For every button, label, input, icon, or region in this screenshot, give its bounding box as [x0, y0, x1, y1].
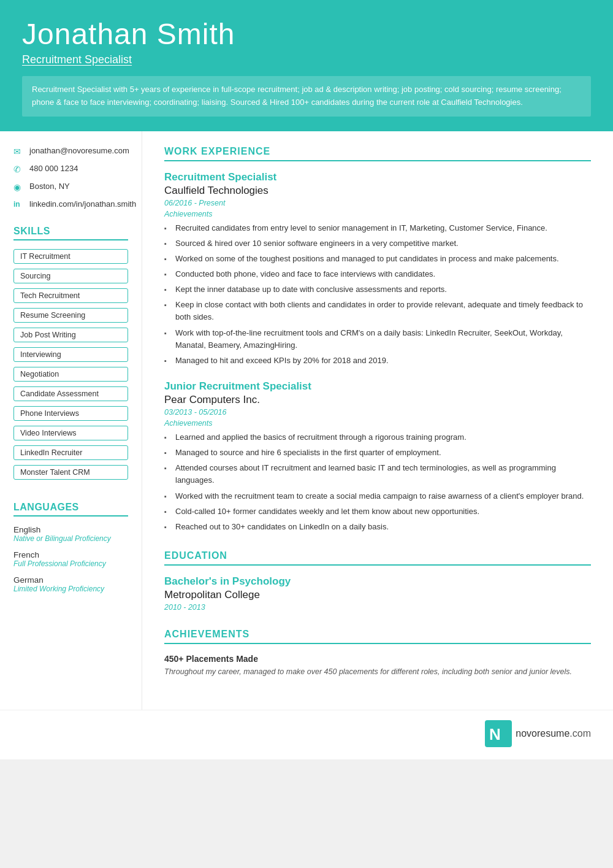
candidate-title: Recruitment Specialist [22, 53, 591, 66]
job-entry: Recruitment Specialist Caulfield Technol… [164, 171, 591, 367]
list-item: Sourced & hired over 10 senior software … [164, 237, 591, 250]
location-item: ◉ Boston, NY [13, 182, 128, 192]
skills-title: SKILLS [13, 226, 128, 240]
education-title: EDUCATION [164, 550, 591, 566]
linkedin-item: in linkedin.com/in/jonathan.smith [13, 199, 128, 209]
list-item: Cold-called 10+ former candidates weekly… [164, 505, 591, 518]
skill-item: Tech Recruitment [13, 288, 128, 303]
language-item: German Limited Working Proficiency [13, 575, 128, 593]
contact-section: ✉ jonathan@novoresume.com ✆ 480 000 1234… [13, 146, 128, 209]
footer: N novoresume.com [0, 710, 613, 759]
list-item: Managed to source and hire 6 specialists… [164, 447, 591, 459]
job-company: Caulfield Technologies [164, 185, 591, 197]
skills-list: IT RecruitmentSourcingTech RecruitmentRe… [13, 249, 128, 485]
skill-item: Video Interviews [13, 426, 128, 440]
job-bullets: Recruited candidates from entry level to… [164, 222, 591, 367]
achievements-section: ACHIEVEMENTS 450+ Placements Made Throug… [164, 629, 591, 678]
education-entry: Bachelor's in Psychology Metropolitan Co… [164, 575, 591, 612]
edu-school: Metropolitan College [164, 589, 591, 601]
skill-item: IT Recruitment [13, 249, 128, 264]
languages-section: LANGUAGES English Native or Bilingual Pr… [13, 502, 128, 593]
edu-dates: 2010 - 2013 [164, 603, 591, 612]
sidebar: ✉ jonathan@novoresume.com ✆ 480 000 1234… [0, 131, 142, 710]
header-section: Jonathan Smith Recruitment Specialist Re… [0, 0, 613, 131]
languages-list: English Native or Bilingual Proficiency … [13, 525, 128, 593]
main-content: WORK EXPERIENCE Recruitment Specialist C… [142, 131, 613, 710]
list-item: Worked on some of the toughest positions… [164, 253, 591, 265]
skill-item: Candidate Assessment [13, 386, 128, 401]
languages-title: LANGUAGES [13, 502, 128, 517]
language-item: French Full Professional Proficiency [13, 550, 128, 568]
list-item: Worked with the recruitment team to crea… [164, 490, 591, 502]
language-name: French [13, 550, 128, 559]
language-item: English Native or Bilingual Proficiency [13, 525, 128, 543]
achievement-entry: 450+ Placements Made Throughout my caree… [164, 654, 591, 678]
skill-item: Job Post Writing [13, 328, 128, 342]
achievement-name: 450+ Placements Made [164, 654, 591, 664]
footer-logo: N novoresume.com [485, 720, 591, 747]
list-item: Recruited candidates from entry level to… [164, 222, 591, 234]
job-title: Recruitment Specialist [164, 171, 591, 183]
location-value: Boston, NY [29, 182, 70, 191]
email-value: jonathan@novoresume.com [29, 146, 129, 155]
achievements-list: 450+ Placements Made Throughout my caree… [164, 654, 591, 678]
email-icon: ✉ [13, 147, 25, 156]
phone-item: ✆ 480 000 1234 [13, 164, 128, 174]
job-company: Pear Computers Inc. [164, 394, 591, 406]
achievement-description: Throughout my career, managed to make ov… [164, 666, 591, 678]
skill-item: Phone Interviews [13, 406, 128, 421]
job-title: Junior Recruitment Specialist [164, 380, 591, 393]
work-experience-title: WORK EXPERIENCE [164, 146, 591, 161]
svg-text:N: N [489, 725, 501, 743]
body-section: ✉ jonathan@novoresume.com ✆ 480 000 1234… [0, 131, 613, 710]
achievements-title: ACHIEVEMENTS [164, 629, 591, 644]
job-achievements-label: Achievements [164, 210, 591, 218]
skill-item: Negotiation [13, 367, 128, 382]
skill-item: Sourcing [13, 269, 128, 283]
list-item: Keep in close contact with both clients … [164, 299, 591, 323]
list-item: Reached out to 30+ candidates on LinkedI… [164, 521, 591, 533]
language-level: Limited Working Proficiency [13, 585, 128, 593]
linkedin-icon: in [13, 200, 25, 209]
header-summary: Recruitment Specialist with 5+ years of … [22, 76, 591, 117]
edu-degree: Bachelor's in Psychology [164, 575, 591, 588]
skills-section: SKILLS IT RecruitmentSourcingTech Recrui… [13, 226, 128, 485]
phone-icon: ✆ [13, 164, 25, 174]
list-item: Attended courses about IT recruitment an… [164, 462, 591, 486]
list-item: Work with top-of-the-line recruitment to… [164, 327, 591, 351]
job-bullets: Learned and applied the basics of recrui… [164, 431, 591, 533]
novoresume-logo-icon: N [485, 720, 512, 747]
job-achievements-label: Achievements [164, 419, 591, 428]
job-entry: Junior Recruitment Specialist Pear Compu… [164, 380, 591, 533]
email-item: ✉ jonathan@novoresume.com [13, 146, 128, 156]
skill-item: Interviewing [13, 347, 128, 362]
resume-document: Jonathan Smith Recruitment Specialist Re… [0, 0, 613, 759]
skill-item: LinkedIn Recruiter [13, 445, 128, 460]
phone-value: 480 000 1234 [29, 164, 78, 173]
job-dates: 03/2013 - 05/2016 [164, 408, 591, 417]
work-experience-section: WORK EXPERIENCE Recruitment Specialist C… [164, 146, 591, 533]
list-item: Conducted both phone, video and face to … [164, 268, 591, 280]
jobs-list: Recruitment Specialist Caulfield Technol… [164, 171, 591, 533]
candidate-name: Jonathan Smith [22, 17, 591, 51]
education-section: EDUCATION Bachelor's in Psychology Metro… [164, 550, 591, 612]
language-name: German [13, 575, 128, 585]
education-list: Bachelor's in Psychology Metropolitan Co… [164, 575, 591, 612]
language-name: English [13, 525, 128, 534]
linkedin-value: linkedin.com/in/jonathan.smith [29, 199, 136, 209]
skill-item: Resume Screening [13, 308, 128, 323]
language-level: Native or Bilingual Proficiency [13, 534, 128, 543]
list-item: Learned and applied the basics of recrui… [164, 431, 591, 444]
list-item: Kept the inner database up to date with … [164, 283, 591, 296]
language-level: Full Professional Proficiency [13, 559, 128, 568]
list-item: Managed to hit and exceed KPIs by 20% fo… [164, 355, 591, 367]
location-icon: ◉ [13, 182, 25, 192]
job-dates: 06/2016 - Present [164, 199, 591, 207]
skill-item: Monster Talent CRM [13, 465, 128, 480]
footer-logo-text: novoresume.com [516, 728, 591, 739]
